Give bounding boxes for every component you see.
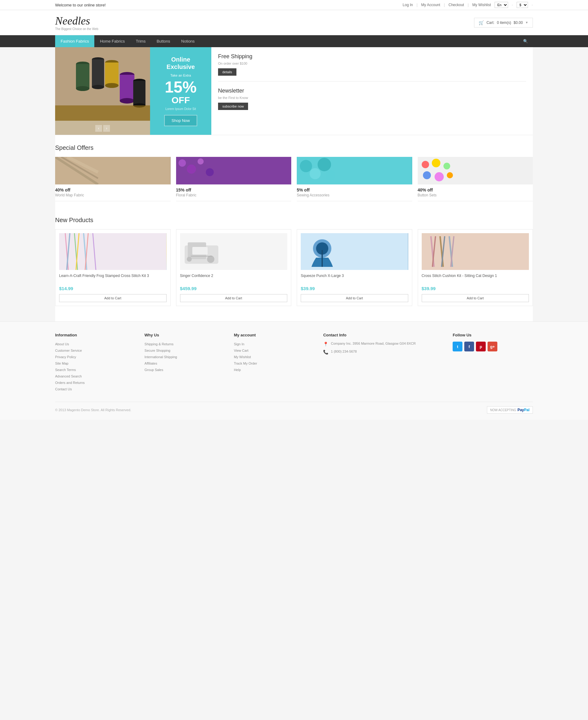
new-product-price-3: $39.99 [301,286,408,291]
svg-point-12 [120,98,134,104]
promo-discount: 15% [165,79,196,95]
footer-link[interactable]: Search Terms [55,368,76,372]
footer-link[interactable]: Site Map [55,362,68,365]
language-selector[interactable]: En Fr [495,2,508,8]
svg-point-36 [435,172,444,181]
pinterest-button[interactable]: p [476,342,486,351]
location-icon: 📍 [323,342,328,347]
spools-svg [55,47,150,121]
nav-notions[interactable]: Notions [176,35,200,47]
svg-rect-5 [92,59,104,87]
nav-search-icon[interactable]: 🔍 [518,35,533,47]
shop-now-button[interactable]: Shop Now [164,115,197,126]
new-product-name-4: Cross Stitch Cushion Kit - Sitting Cat D… [422,274,529,283]
paypal-accepting-label: NOW ACCEPTING [490,408,516,412]
my-account-link[interactable]: My Account [421,3,440,7]
currency-selector[interactable]: $ € [517,2,528,8]
details-button[interactable]: details [218,68,236,76]
my-wishlist-link[interactable]: My Wishlist [472,3,491,7]
nav-home-fabrics[interactable]: Home Fabrics [94,35,130,47]
footer-link[interactable]: Group Sales [145,368,163,372]
list-item: Advanced Search [55,374,135,378]
svg-point-24 [197,159,204,165]
offer-name-1: World Map Fabric [55,193,171,197]
special-offer-item: 40% off World Map Fabric [55,157,171,201]
svg-point-29 [318,158,331,171]
svg-point-30 [326,170,335,180]
nav-buttons[interactable]: Buttons [151,35,175,47]
logo-tagline: The Biggest Choice on the Web [55,27,98,30]
main-content: Special Offers 40% off World Map Fabric [55,135,533,322]
footer-link[interactable]: About Us [55,342,69,346]
svg-point-35 [423,171,431,179]
copyright-text: © 2013 Magento Demo Store. All Rights Re… [55,408,131,412]
offer-image-3 [297,157,412,184]
add-to-cart-button-3[interactable]: Add to Cart [301,294,408,302]
top-bar-right: Log In | My Account | Checkout | My Wish… [403,2,533,8]
footer-link[interactable]: My Wishlist [234,355,251,359]
footer-my-account-title: My account [234,333,314,337]
facebook-button[interactable]: f [464,342,474,351]
special-offer-item: 15% off Floral Fabric [176,157,292,201]
new-product-card: Squeeze Punch X-Large 3 $39.99 Add to Ca… [297,229,412,306]
new-product-image-4 [422,233,529,270]
nav-trims[interactable]: Trims [130,35,151,47]
footer-link[interactable]: Track My Order [234,362,257,365]
footer-phone-text: 1 (800) 234-5678 [331,350,356,353]
logo[interactable]: Needles The Biggest Choice on the Web [55,14,98,30]
nav-fashion-fabrics[interactable]: Fashion Fabrics [55,35,94,47]
promo-lorem: Lorem Ipsum Dolor Sit [165,107,196,110]
paypal-logo: PayPal [518,408,529,412]
list-item: Privacy Policy [55,354,135,359]
checkout-link[interactable]: Checkout [449,3,464,7]
svg-point-25 [206,168,214,176]
footer-link[interactable]: Privacy Policy [55,355,76,359]
footer-follow-us-title: Follow Us [453,333,533,337]
list-item: Site Map [55,361,135,366]
footer-link[interactable]: Customer Service [55,349,82,352]
footer-link[interactable]: View Cart [234,349,248,352]
footer-information: Information About Us Customer Service Pr… [55,333,135,393]
footer-link[interactable]: Secure Shopping [145,349,170,352]
hero-prev-btn[interactable]: ‹ [95,125,102,132]
footer-phone: 📞 1 (800) 234-5678 [323,350,443,354]
new-products-section: New Products Lea [55,213,533,312]
new-products-grid: Learn-A-Craft Friendly Frog Stamped Cros… [55,229,533,306]
add-to-cart-button-4[interactable]: Add to Cart [422,294,529,302]
svg-point-34 [443,163,450,169]
svg-point-9 [105,83,119,88]
list-item: Customer Service [55,348,135,353]
add-to-cart-button-1[interactable]: Add to Cart [59,294,167,302]
new-product-name-1: Learn-A-Craft Friendly Frog Stamped Cros… [59,274,167,283]
footer-link[interactable]: Shipping & Returns [145,342,174,346]
login-link[interactable]: Log In [403,3,413,7]
hero-nav-arrows: ‹ › [95,125,110,132]
header: Needles The Biggest Choice on the Web 🛒 … [0,10,588,35]
footer-link[interactable]: Orders and Returns [55,381,85,385]
new-product-price-4: $39.99 [422,286,529,291]
footer-why-us: Why Us Shipping & Returns Secure Shoppin… [145,333,225,393]
promo-subtitle: Take an Extra [170,74,191,77]
googleplus-button[interactable]: g+ [487,342,497,351]
footer-link[interactable]: Affiliates [145,362,157,365]
list-item: Help [234,367,314,372]
footer-link[interactable]: Advanced Search [55,374,82,378]
hero-next-btn[interactable]: › [103,125,110,132]
hero-promo: Online Exclusive Take an Extra 15% OFF L… [150,47,211,135]
list-item: Group Sales [145,367,225,372]
cart-button[interactable]: 🛒 Cart: 0 item(s) $0.00 ▼ [474,18,533,27]
list-item: Sign In [234,342,314,346]
hero-image: ‹ › [55,47,150,135]
footer-link[interactable]: International Shipping [145,355,177,359]
add-to-cart-button-2[interactable]: Add to Cart [180,294,288,302]
new-products-title: New Products [55,217,533,224]
footer-link[interactable]: Contact Us [55,387,72,391]
list-item: Affiliates [145,361,225,366]
subscribe-now-button[interactable]: subscribe now [218,103,248,110]
offer-name-4: Button Sets [418,193,533,197]
list-item: Orders and Returns [55,380,135,385]
new-product-price-1: $14.99 [59,286,167,291]
footer-link[interactable]: Sign In [234,342,245,346]
twitter-button[interactable]: t [453,342,462,351]
footer-link[interactable]: Help [234,368,241,372]
